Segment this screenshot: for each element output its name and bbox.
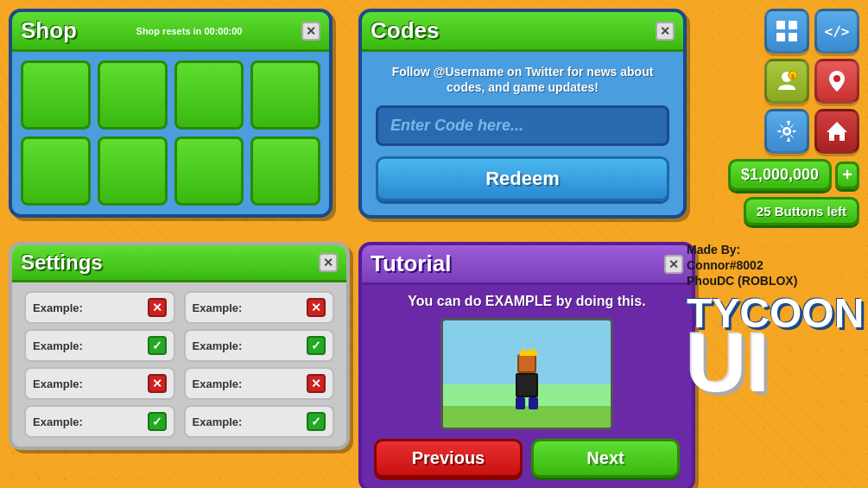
- person-dollar-icon: $: [775, 69, 799, 93]
- code-bracket-icon-button[interactable]: </>: [814, 9, 859, 54]
- toggle-button[interactable]: ✕: [307, 374, 326, 393]
- shop-item[interactable]: [98, 60, 168, 130]
- settings-close-button[interactable]: ✕: [319, 253, 338, 272]
- svg-rect-1: [789, 21, 797, 29]
- code-input[interactable]: [376, 105, 669, 146]
- shop-item[interactable]: [250, 60, 320, 130]
- codes-body: Follow @Username on Twitter for news abo…: [362, 52, 683, 215]
- tutorial-title: Tutorial: [371, 250, 451, 277]
- location-icon: [827, 69, 847, 93]
- add-currency-button[interactable]: +: [835, 162, 859, 189]
- codes-close-button[interactable]: ✕: [656, 22, 675, 41]
- character-body: [516, 373, 538, 397]
- svg-rect-0: [776, 21, 785, 29]
- toggle-button[interactable]: ✕: [148, 374, 167, 393]
- setting-row: Example: ✕: [184, 291, 335, 324]
- toggle-button[interactable]: ✓: [307, 412, 326, 431]
- setting-row: Example: ✓: [24, 329, 175, 362]
- settings-header: Settings ✕: [12, 245, 346, 282]
- shop-item[interactable]: [21, 60, 91, 130]
- character-legs: [516, 397, 538, 409]
- character-head: [517, 354, 536, 373]
- previous-button[interactable]: Previous: [374, 439, 523, 478]
- buttons-left-display: 25 Buttons left: [744, 197, 859, 225]
- home-icon-button[interactable]: [814, 109, 859, 154]
- redeem-button[interactable]: Redeem: [376, 156, 669, 201]
- shop-panel: Shop Shop resets in 00:00:00 ✕: [9, 9, 333, 218]
- shop-item[interactable]: [174, 136, 244, 206]
- shop-item[interactable]: [174, 60, 244, 130]
- svg-point-10: [785, 130, 789, 134]
- gear-icon: [775, 119, 799, 143]
- tutorial-instruction-text: You can do EXAMPLE by doing this.: [408, 294, 645, 309]
- character-leg-right: [529, 397, 538, 409]
- character-leg-left: [516, 397, 525, 409]
- tutorial-character: [514, 354, 540, 406]
- svg-marker-11: [827, 122, 847, 141]
- shop-body: [12, 52, 329, 214]
- shop-header: Shop Shop resets in 00:00:00 ✕: [12, 12, 329, 52]
- setting-row: Example: ✕: [184, 367, 335, 400]
- svg-rect-2: [776, 33, 785, 41]
- shop-item[interactable]: [98, 136, 168, 206]
- toggle-button[interactable]: ✓: [148, 336, 167, 355]
- svg-rect-3: [789, 33, 797, 41]
- codes-title: Codes: [371, 17, 439, 44]
- shop-item[interactable]: [21, 136, 91, 206]
- setting-row: Example: ✓: [24, 405, 175, 438]
- location-icon-button[interactable]: [814, 59, 859, 104]
- tutorial-navigation: Previous Next: [374, 439, 680, 478]
- setting-row: Example: ✓: [184, 405, 335, 438]
- shop-item[interactable]: [250, 136, 320, 206]
- shop-grid-icon-button[interactable]: [764, 9, 809, 54]
- tutorial-close-button[interactable]: ✕: [664, 255, 683, 274]
- setting-row: Example: ✓: [184, 329, 335, 362]
- shop-close-button[interactable]: ✕: [301, 22, 320, 41]
- setting-label: Example:: [193, 301, 243, 314]
- made-by-line2: Connor#8002: [687, 258, 763, 272]
- toggle-button[interactable]: ✓: [307, 336, 326, 355]
- home-icon: [825, 120, 849, 143]
- setting-label: Example:: [33, 377, 83, 390]
- grid-icon: [775, 19, 799, 43]
- toggle-button[interactable]: ✓: [148, 412, 167, 431]
- next-button[interactable]: Next: [531, 439, 680, 478]
- made-by-line3: PhouDC (ROBLOX): [687, 274, 797, 288]
- svg-point-7: [833, 75, 840, 82]
- svg-text:$: $: [791, 73, 795, 80]
- codes-panel: Codes ✕ Follow @Username on Twitter for …: [358, 9, 687, 219]
- made-by-line1: Made By:: [687, 243, 740, 257]
- tutorial-panel: Tutorial ✕ You can do EXAMPLE by doing t…: [358, 242, 695, 488]
- setting-label: Example:: [193, 339, 243, 352]
- setting-label: Example:: [33, 339, 83, 352]
- setting-row: Example: ✕: [24, 291, 175, 324]
- setting-row: Example: ✕: [24, 367, 175, 400]
- toggle-button[interactable]: ✕: [307, 298, 326, 317]
- codes-info-text: Follow @Username on Twitter for news abo…: [376, 64, 669, 95]
- tutorial-header: Tutorial ✕: [362, 245, 692, 285]
- player-dollar-icon-button[interactable]: $: [764, 59, 809, 104]
- setting-label: Example:: [33, 415, 83, 428]
- settings-title: Settings: [21, 250, 103, 275]
- made-by-text: Made By: Connor#8002 PhouDC (ROBLOX): [687, 242, 859, 289]
- settings-body: Example: ✕ Example: ✕ Example: ✓ Example…: [12, 282, 346, 447]
- currency-amount: $1,000,000: [728, 159, 832, 191]
- branding-panel: Made By: Connor#8002 PhouDC (ROBLOX) TYC…: [687, 242, 859, 397]
- shop-title: Shop: [21, 17, 77, 44]
- settings-panel: Settings ✕ Example: ✕ Example: ✕ Example…: [9, 242, 350, 450]
- tutorial-body: You can do EXAMPLE by doing this. Previo…: [362, 285, 692, 488]
- shop-grid: [21, 60, 320, 206]
- setting-label: Example:: [193, 415, 243, 428]
- code-icon: </>: [825, 23, 850, 40]
- shop-reset-timer: Shop resets in 00:00:00: [77, 26, 301, 36]
- setting-label: Example:: [33, 301, 83, 314]
- right-icon-panel: </> $: [764, 9, 859, 154]
- ui-label: UI: [687, 327, 859, 398]
- codes-header: Codes ✕: [362, 12, 683, 52]
- setting-label: Example:: [193, 377, 243, 390]
- gear-icon-button[interactable]: [764, 109, 809, 154]
- character-crown: [519, 347, 538, 356]
- toggle-button[interactable]: ✕: [148, 298, 167, 317]
- currency-bar: $1,000,000 +: [728, 159, 859, 191]
- tutorial-image: [440, 318, 613, 430]
